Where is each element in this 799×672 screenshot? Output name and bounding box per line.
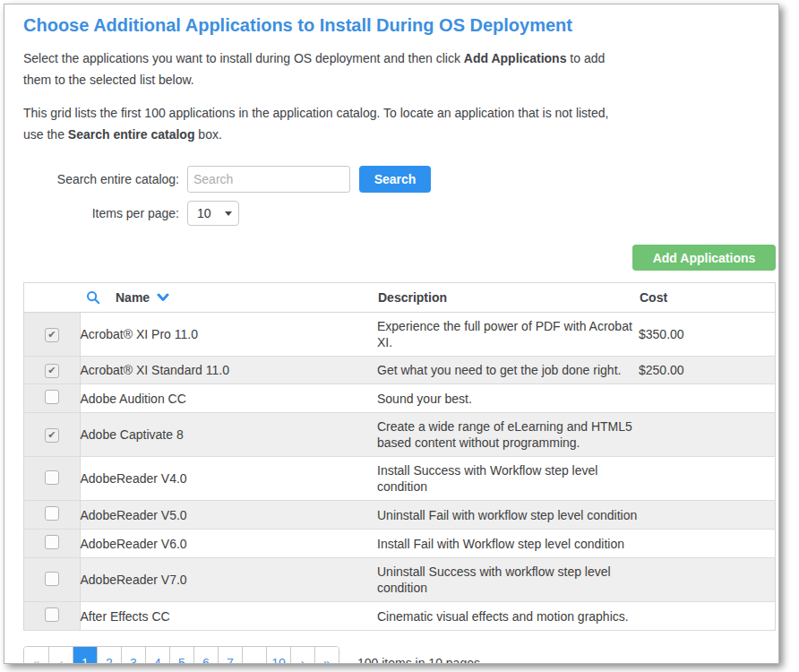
cost-column-header[interactable]: Cost [639,283,776,313]
pagination-button[interactable]: 2 [97,647,121,664]
search-icon[interactable] [86,290,100,305]
cell-name: AdobeReader V4.0 [80,457,377,501]
applications-table: Name Description Cost Acrobat [23,282,776,631]
select-column-header [24,283,81,313]
intro-1-bold: Add Applications [464,51,567,65]
table-row: Adobe Audition CC Sound your best. [24,384,776,413]
row-checkbox[interactable] [45,535,59,549]
row-checkbox[interactable] [45,572,59,586]
description-column-header[interactable]: Description [377,283,639,313]
cell-description: Get what you need to get the job done ri… [377,357,639,384]
sort-desc-icon [157,293,169,302]
pagination-button[interactable]: 1 [73,647,97,664]
items-per-page-value: 10 [197,206,225,220]
items-per-page-label: Items per page: [23,206,179,220]
row-checkbox[interactable] [45,506,59,521]
row-select-cell [24,313,81,357]
cell-name: AdobeReader V6.0 [80,530,377,558]
add-applications-button[interactable]: Add Applications [632,245,776,271]
pagination-button: « [24,647,48,664]
row-select-cell [24,357,81,384]
cell-description: Uninstall Fail with workflow step level … [377,501,639,530]
pagination-button[interactable]: 4 [145,647,169,664]
row-checkbox[interactable] [45,428,59,443]
cell-name: Acrobat® XI Pro 11.0 [80,313,377,357]
row-select-cell [24,530,81,558]
pagination-button[interactable]: 5 [169,647,193,664]
pagination-button[interactable]: » [314,647,339,664]
cell-cost [639,602,776,631]
table-row: After Effects CC Cinematic visual effect… [24,602,776,631]
cell-cost: $350.00 [639,313,776,357]
intro-paragraph-1: Select the applications you want to inst… [23,47,616,90]
row-checkbox[interactable] [45,364,59,378]
cell-cost [639,530,776,558]
intro-2-tail: box. [194,127,221,142]
table-body: Acrobat® XI Pro 11.0 Experience the full… [24,313,776,631]
search-input[interactable] [187,166,350,193]
name-column-label: Name [116,290,150,305]
pagination-button[interactable]: 7 [218,647,242,664]
table-row: Acrobat® XI Pro 11.0 Experience the full… [24,313,776,357]
row-checkbox[interactable] [45,328,59,342]
dialog-card: Choose Additional Applications to Instal… [4,4,779,664]
cell-name: Adobe Captivate 8 [80,413,377,457]
cell-description: Create a wide range of eLearning and HTM… [377,413,639,457]
pagination-button[interactable]: 6 [193,647,218,664]
row-select-cell [24,602,81,631]
row-checkbox[interactable] [45,470,59,485]
name-column-header[interactable]: Name [80,283,377,313]
table-row: AdobeReader V5.0 Uninstall Fail with wor… [24,501,776,530]
row-select-cell [24,558,81,602]
cell-cost [639,457,776,501]
cell-cost [639,413,776,457]
search-catalog-label: Search entire catalog: [23,172,179,186]
cell-name: Acrobat® XI Standard 11.0 [80,357,377,384]
cell-cost: $250.00 [639,357,776,384]
row-select-cell [24,457,81,501]
pagination: «‹1234567...10›» [23,646,339,664]
row-select-cell [24,413,81,457]
table-row: AdobeReader V7.0 Uninstall Success with … [24,558,776,602]
cell-description: Install Success with Workflow step level… [377,457,639,501]
cell-cost [639,384,776,413]
cell-description: Install Fail with Workflow step level co… [377,530,639,558]
cell-description: Cinematic visual effects and motion grap… [377,602,639,631]
pagination-button[interactable]: 10 [266,647,290,664]
table-row: Adobe Captivate 8 Create a wide range of… [24,413,776,457]
table-row: Acrobat® XI Standard 11.0 Get what you n… [24,357,776,384]
pagination-button: ... [242,647,266,664]
table-header-row: Name Description Cost [24,283,776,313]
pagination-summary: 100 items in 10 pages [357,656,480,664]
table-row: AdobeReader V4.0 Install Success with Wo… [24,457,776,501]
table-row: AdobeReader V6.0 Install Fail with Workf… [24,530,776,558]
cell-cost [639,558,776,602]
pagination-button[interactable]: 3 [121,647,145,664]
cell-description: Uninstall Success with workflow step lev… [377,558,639,602]
page-title: Choose Additional Applications to Instal… [23,14,776,36]
cell-name: AdobeReader V7.0 [80,558,377,602]
cell-cost [639,501,776,530]
cell-description: Sound your best. [377,384,639,413]
intro-1-text: Select the applications you want to inst… [23,51,464,65]
cell-name: Adobe Audition CC [80,384,377,413]
search-button[interactable]: Search [359,166,431,193]
pagination-button: ‹ [48,647,73,664]
intro-paragraph-2: This grid lists the first 100 applicatio… [23,102,616,145]
row-checkbox[interactable] [45,607,59,622]
cell-name: AdobeReader V5.0 [80,501,377,530]
row-checkbox[interactable] [45,390,59,404]
cell-name: After Effects CC [80,602,377,631]
items-per-page-select[interactable]: 10 [187,201,239,226]
intro-2-bold: Search entire catalog [68,127,195,142]
row-select-cell [24,384,81,413]
cell-description: Experience the full power of PDF with Ac… [377,313,639,357]
pagination-button[interactable]: › [290,647,314,664]
chevron-down-icon [225,211,232,216]
row-select-cell [24,501,81,530]
